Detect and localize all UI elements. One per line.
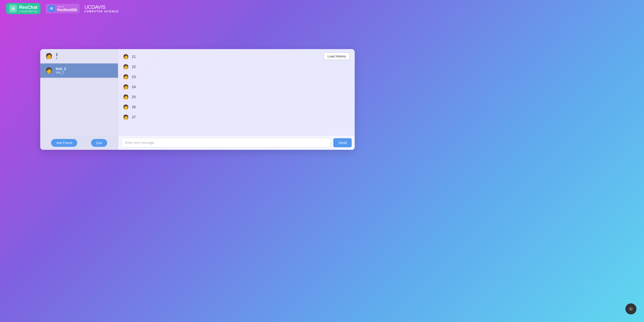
message-text-22: 22: [132, 65, 136, 69]
send-button[interactable]: Send: [333, 138, 352, 147]
message-text-26: 26: [132, 105, 136, 109]
contact-last-test2: test_2: [56, 71, 66, 74]
message-item-22: 🧑 22: [122, 62, 351, 72]
chat-messages[interactable]: Load History 🧑 21 🧑 22 🧑 23 🧑 24: [118, 49, 355, 135]
header: R ResChat A ResilientDB App R Apache Res…: [0, 0, 644, 17]
ucdavis-bold: UC: [85, 4, 92, 10]
ucdavis-name: UCDAVIS: [85, 4, 119, 10]
message-avatar-21: 🧑: [122, 53, 129, 60]
reschat-logo: R ResChat A ResilientDB App: [6, 3, 41, 14]
contact-list: 🧑 1 1 🧑 test_2 test_2: [40, 49, 118, 136]
contact-name-1: 1: [56, 52, 58, 56]
message-input-area: Send: [118, 135, 355, 150]
message-item-25: 🧑 25: [122, 92, 351, 102]
resilientdb-text: Apache ResilientDB: [57, 6, 77, 12]
reschat-name: ResChat: [19, 5, 37, 10]
ucdavis-sub: COMPUTER SCIENCE: [85, 10, 119, 13]
message-item-23: 🧑 23: [122, 72, 351, 82]
message-avatar-27: 🧑: [122, 114, 129, 121]
chat-area: Load History 🧑 21 🧑 22 🧑 23 🧑 24: [118, 49, 355, 150]
reschat-text: ResChat A ResilientDB App: [19, 5, 37, 13]
sidebar: 🧑 1 1 🧑 test_2 test_2 Add Friend Quit: [40, 49, 118, 150]
message-item-24: 🧑 24: [122, 82, 351, 92]
chat-container: 🧑 1 1 🧑 test_2 test_2 Add Friend Quit: [40, 49, 355, 150]
contact-item-1[interactable]: 🧑 1 1: [40, 49, 118, 63]
message-item-21: 🧑 21: [122, 52, 351, 62]
message-avatar-23: 🧑: [122, 73, 129, 80]
contact-name-test2: test_2: [56, 67, 66, 71]
contact-item-test2[interactable]: 🧑 test_2 test_2: [40, 63, 118, 78]
message-input[interactable]: [121, 138, 331, 147]
quit-button[interactable]: Quit: [91, 139, 107, 147]
message-text-24: 24: [132, 85, 136, 89]
contact-info-1: 1 1: [56, 52, 58, 60]
bottom-right-button[interactable]: ›: [625, 303, 636, 314]
resilientdb-logo: R Apache ResilientDB: [46, 4, 79, 13]
message-avatar-26: 🧑: [122, 103, 129, 111]
reschat-sub: A ResilientDB App: [19, 10, 37, 13]
sidebar-actions: Add Friend Quit: [40, 136, 118, 150]
resilientdb-icon: R: [48, 5, 55, 12]
svg-text:›: ›: [630, 307, 631, 311]
resilientdb-name: ResilientDB: [57, 8, 77, 12]
message-text-27: 27: [132, 115, 136, 119]
message-avatar-22: 🧑: [122, 63, 129, 70]
reschat-logo-icon: R: [9, 5, 17, 13]
message-text-21: 21: [132, 55, 136, 59]
svg-text:R: R: [12, 7, 14, 11]
message-item-27: 🧑 27: [122, 112, 351, 122]
contact-info-test2: test_2 test_2: [56, 67, 66, 74]
add-friend-button[interactable]: Add Friend: [51, 139, 77, 147]
load-history-button[interactable]: Load History: [324, 53, 350, 60]
contact-last-1: 1: [56, 56, 58, 60]
ucdavis-light: DAVIS: [92, 4, 106, 10]
contact-avatar-1: 🧑: [44, 52, 53, 61]
resilientdb-top: Apache: [57, 6, 77, 8]
message-avatar-25: 🧑: [122, 93, 129, 100]
contact-avatar-test2: 🧑: [44, 66, 53, 75]
message-text-25: 25: [132, 95, 136, 99]
message-avatar-24: 🧑: [122, 83, 129, 90]
message-item-26: 🧑 26: [122, 102, 351, 112]
message-text-23: 23: [132, 75, 136, 79]
ucdavis-logo: UCDAVIS COMPUTER SCIENCE: [85, 4, 119, 13]
